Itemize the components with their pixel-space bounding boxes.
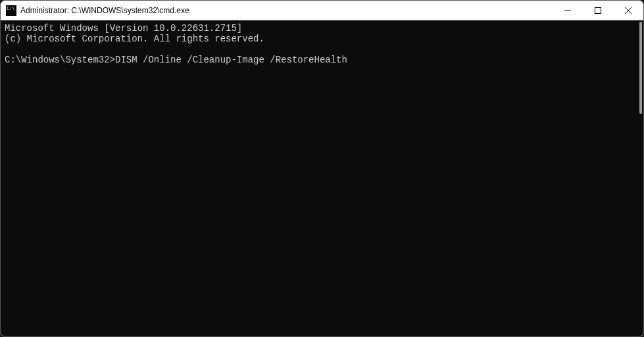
close-button[interactable] bbox=[613, 1, 643, 20]
minimize-icon bbox=[564, 7, 571, 14]
minimize-button[interactable] bbox=[553, 1, 583, 20]
maximize-button[interactable] bbox=[583, 1, 613, 20]
terminal-output: Microsoft Windows [Version 10.0.22631.27… bbox=[5, 23, 639, 65]
terminal[interactable]: Microsoft Windows [Version 10.0.22631.27… bbox=[1, 20, 643, 336]
maximize-icon bbox=[595, 7, 601, 14]
scrollbar-track[interactable] bbox=[639, 22, 642, 335]
scrollbar-thumb[interactable] bbox=[639, 22, 642, 114]
cmd-window: Administrator: C:\WINDOWS\system32\cmd.e… bbox=[0, 0, 644, 337]
version-line: Microsoft Windows [Version 10.0.22631.27… bbox=[5, 23, 242, 34]
prompt: C:\Windows\System32> bbox=[5, 55, 115, 65]
close-icon bbox=[625, 7, 632, 14]
command-input[interactable]: DISM /Online /Cleanup-Image /RestoreHeal… bbox=[115, 55, 347, 65]
svg-rect-1 bbox=[595, 8, 601, 14]
window-title: Administrator: C:\WINDOWS\system32\cmd.e… bbox=[20, 6, 189, 15]
titlebar-left: Administrator: C:\WINDOWS\system32\cmd.e… bbox=[6, 5, 189, 16]
titlebar[interactable]: Administrator: C:\WINDOWS\system32\cmd.e… bbox=[1, 1, 643, 20]
cmd-icon bbox=[6, 5, 16, 16]
window-controls bbox=[553, 1, 643, 20]
copyright-line: (c) Microsoft Corporation. All rights re… bbox=[5, 34, 264, 44]
